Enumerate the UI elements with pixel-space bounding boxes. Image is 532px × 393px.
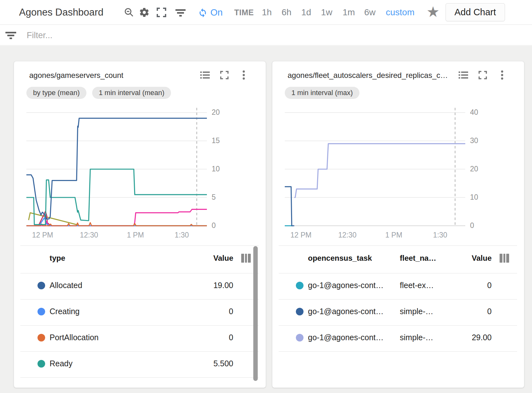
chart-chips: 1 min interval (max) <box>285 87 359 99</box>
more-vert-icon[interactable] <box>497 70 508 80</box>
column-settings-icon[interactable] <box>241 254 252 264</box>
table-header-value: Value <box>151 254 233 263</box>
table-divider <box>20 325 259 326</box>
fullscreen-chart-icon[interactable] <box>219 70 230 80</box>
legend-row-value: 0 <box>409 281 492 290</box>
fullscreen-icon[interactable] <box>155 6 168 19</box>
x-axis-label: 12 PM <box>20 231 65 239</box>
legend-list-icon[interactable] <box>458 70 469 80</box>
chart-plot-area[interactable] <box>285 105 465 229</box>
y-axis-label: 10 <box>212 165 234 173</box>
chart-title: agones/gameservers_count <box>29 71 123 80</box>
y-axis-label: 30 <box>470 136 492 145</box>
filter-bar: Filter... <box>0 25 532 45</box>
table-divider <box>20 299 259 300</box>
fullscreen-chart-icon[interactable] <box>477 70 488 80</box>
legend-row-value: 5.500 <box>151 359 233 368</box>
y-axis-label: 0 <box>212 221 234 230</box>
legend-row-label[interactable]: go-1@agones-cont… <box>308 307 384 316</box>
legend-color-dot <box>38 334 45 341</box>
time-range-1m[interactable]: 1m <box>343 0 355 25</box>
x-axis-label: 1:30 <box>418 231 462 239</box>
legend-color-dot <box>38 308 45 315</box>
time-range-1d[interactable]: 1d <box>301 0 311 25</box>
table-divider <box>20 377 259 378</box>
time-range-custom[interactable]: custom <box>386 0 414 25</box>
table-header-value: Value <box>409 254 492 263</box>
chart-header-icons <box>200 70 249 80</box>
table-divider <box>279 351 517 352</box>
legend-row-label[interactable]: Allocated <box>50 281 82 290</box>
column-settings-icon[interactable] <box>500 254 510 264</box>
y-axis-label: 20 <box>470 165 492 173</box>
settings-gear-icon[interactable] <box>138 6 151 19</box>
sort-filter-icon[interactable] <box>174 6 187 19</box>
table-divider <box>279 325 517 326</box>
legend-list-icon[interactable] <box>200 70 210 80</box>
time-range-1h[interactable]: 1h <box>262 0 272 25</box>
chart-chip[interactable]: 1 min interval (mean) <box>92 87 171 99</box>
y-axis-label: 15 <box>212 136 234 145</box>
table-divider <box>20 273 259 273</box>
dashboard-title: Agones Dashboard <box>19 0 103 25</box>
x-axis-label: 1 PM <box>113 231 158 239</box>
x-axis-label: 12 PM <box>279 231 323 239</box>
table-divider <box>279 299 517 300</box>
x-axis-label: 1 PM <box>372 231 416 239</box>
y-axis-label: 5 <box>212 193 234 202</box>
y-axis-label: 10 <box>470 193 492 202</box>
chart-chips: by type (mean)1 min interval (mean) <box>26 87 171 99</box>
table-header-type: type <box>50 254 65 263</box>
top-toolbar: Agones Dashboard On TIME custom ★ Add Ch… <box>0 0 532 25</box>
filter-icon <box>4 29 17 42</box>
refresh-toggle-on[interactable]: On <box>210 0 223 25</box>
y-axis-label: 0 <box>470 221 492 230</box>
legend-row-label[interactable]: go-1@agones-cont… <box>308 333 384 342</box>
chart-card-gameservers-count: agones/gameservers_countby type (mean)1 … <box>14 61 266 388</box>
y-axis-label: 20 <box>212 108 234 117</box>
chart-card-fleet-autoscalers: agones/fleet_autoscalers_desired_replica… <box>272 61 524 388</box>
add-chart-button[interactable]: Add Chart <box>446 3 505 21</box>
time-range-1w[interactable]: 1w <box>321 0 332 25</box>
x-axis-label: 12:30 <box>67 231 111 239</box>
refresh-icon[interactable] <box>196 6 209 19</box>
table-header-opencensus-task: opencensus_task <box>308 254 372 263</box>
time-range-6w[interactable]: 6w <box>364 0 376 25</box>
filter-input[interactable]: Filter... <box>27 25 52 45</box>
chart-chip[interactable]: 1 min interval (max) <box>285 87 359 99</box>
legend-color-dot <box>296 308 304 315</box>
legend-row-label[interactable]: go-1@agones-cont… <box>308 281 384 290</box>
legend-row-label[interactable]: Ready <box>50 359 72 368</box>
table-divider <box>279 273 517 273</box>
legend-color-dot <box>38 360 45 368</box>
x-axis-label: 1:30 <box>160 231 204 239</box>
dashboard-content: agones/gameservers_countby type (mean)1 … <box>0 46 532 393</box>
legend-color-dot <box>38 282 45 289</box>
legend-color-dot <box>296 282 304 289</box>
legend-row-value: 29.00 <box>409 333 492 342</box>
table-divider <box>20 245 259 246</box>
time-label: TIME <box>234 0 254 25</box>
chart-header-icons <box>458 70 508 80</box>
legend-row-value: 0 <box>409 307 492 316</box>
table-divider <box>279 245 517 246</box>
legend-scrollbar-thumb[interactable] <box>253 246 258 381</box>
legend-row-value: 0 <box>151 307 233 316</box>
table-divider <box>20 351 259 352</box>
zoom-out-icon[interactable] <box>123 6 135 19</box>
chart-chip[interactable]: by type (mean) <box>26 87 86 99</box>
chart-plot-area[interactable] <box>26 105 207 229</box>
legend-row-value: 19.00 <box>151 281 233 290</box>
legend-color-dot <box>296 334 304 341</box>
legend-row-label[interactable]: PortAllocation <box>50 333 99 342</box>
x-axis-label: 12:30 <box>325 231 370 239</box>
chart-title: agones/fleet_autoscalers_desired_replica… <box>288 71 448 80</box>
legend-row-value: 0 <box>151 333 233 342</box>
legend-row-label[interactable]: Creating <box>50 307 80 316</box>
time-range-6h[interactable]: 6h <box>282 0 291 25</box>
star-icon[interactable]: ★ <box>426 0 440 25</box>
y-axis-label: 40 <box>470 108 492 117</box>
more-vert-icon[interactable] <box>238 70 249 80</box>
